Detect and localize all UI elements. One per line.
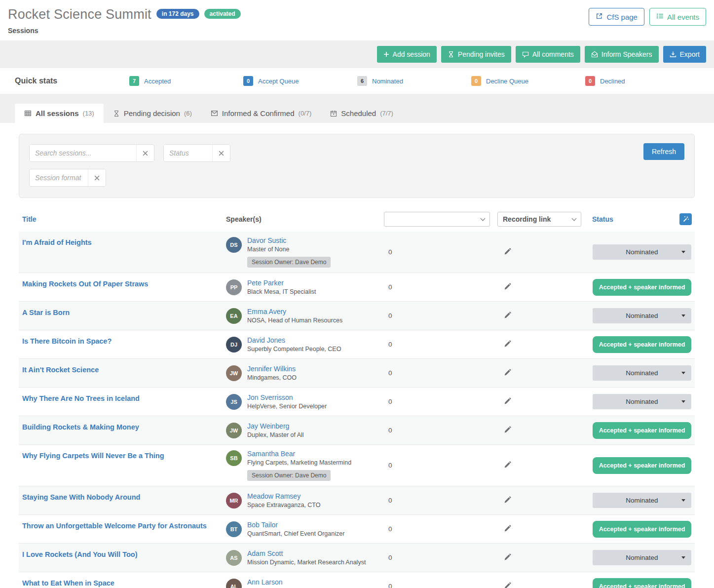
status-control[interactable]: Nominated — [593, 493, 691, 508]
status-control[interactable]: Nominated — [593, 365, 691, 381]
refresh-button[interactable]: Refresh — [643, 143, 684, 160]
pencil-icon[interactable] — [504, 461, 511, 469]
tab-informed-confirmed[interactable]: Informed & Confirmed (0/7) — [201, 104, 321, 123]
tab-pending-decision[interactable]: Pending decision (6) — [104, 104, 201, 123]
status-filter-input[interactable] — [164, 145, 212, 161]
inform-speakers-button[interactable]: Inform Speakers — [585, 46, 659, 63]
pencil-icon[interactable] — [504, 525, 511, 532]
avatar[interactable]: JW — [226, 365, 242, 381]
pencil-icon[interactable] — [504, 426, 511, 433]
status-control[interactable]: Accepted + speaker informed — [593, 521, 691, 538]
pencil-icon[interactable] — [504, 312, 511, 319]
status-control[interactable]: Nominated — [593, 308, 691, 323]
stat-declined-label[interactable]: Declined — [600, 78, 625, 85]
comment-count: 0 — [384, 369, 497, 377]
speaker-name-link[interactable]: Jay Weinberg — [247, 422, 289, 430]
session-title-link[interactable]: It Ain't Rocket Science — [22, 366, 99, 374]
export-label: Export — [680, 50, 700, 58]
avatar[interactable]: SB — [226, 450, 242, 466]
avatar[interactable]: AS — [226, 550, 242, 566]
status-control[interactable]: Accepted + speaker informed — [593, 578, 691, 588]
session-title-link[interactable]: Is There Bitcoin in Space? — [22, 337, 112, 345]
clear-status-button[interactable] — [212, 145, 230, 161]
pencil-icon[interactable] — [504, 553, 511, 561]
pencil-icon[interactable] — [504, 340, 511, 348]
session-title-link[interactable]: What to Eat When in Space — [22, 579, 114, 587]
speaker-name-link[interactable]: Ann Larson — [247, 578, 283, 586]
pencil-icon[interactable] — [504, 582, 511, 588]
session-title-link[interactable]: A Star is Born — [22, 309, 70, 316]
magic-wand-button[interactable] — [679, 213, 692, 225]
avatar[interactable]: AL — [226, 579, 242, 588]
stat-decline-queue-label[interactable]: Decline Queue — [486, 78, 528, 85]
speaker-name-link[interactable]: Emma Avery — [247, 308, 286, 315]
stat-accept-queue-label[interactable]: Accept Queue — [258, 78, 299, 85]
sessions-table-body: I'm Afraid of Heights DS Davor Sustic Ma… — [19, 232, 695, 588]
all-events-button[interactable]: All events — [649, 8, 706, 26]
pencil-icon[interactable] — [504, 496, 511, 504]
stat-accept-queue: 0 Accept Queue — [243, 76, 357, 86]
session-format-input[interactable] — [30, 169, 88, 186]
avatar[interactable]: PP — [226, 279, 242, 295]
status-label: Nominated — [626, 369, 658, 377]
session-title-link[interactable]: Making Rockets Out Of Paper Straws — [22, 280, 148, 288]
recording-link-select[interactable]: Recording link — [497, 212, 581, 227]
session-title-link[interactable]: I'm Afraid of Heights — [22, 238, 92, 246]
status-control[interactable]: Accepted + speaker informed — [593, 422, 691, 439]
tab-all-sessions[interactable]: All sessions (13) — [15, 104, 104, 123]
status-control[interactable]: Nominated — [593, 394, 691, 409]
table-filter-select[interactable] — [384, 212, 490, 227]
speaker-name-link[interactable]: Jennifer Wilkins — [247, 365, 296, 373]
session-title-link[interactable]: Why There Are No Trees in Iceland — [22, 394, 140, 402]
speaker-name-link[interactable]: Adam Scott — [247, 549, 283, 557]
avatar[interactable]: DS — [226, 237, 242, 253]
status-control[interactable]: Accepted + speaker informed — [593, 457, 691, 474]
avatar[interactable]: JW — [226, 423, 242, 438]
table-row: A Star is Born EA Emma Avery NOSA, Head … — [19, 301, 695, 330]
status-control[interactable]: Accepted + speaker informed — [593, 336, 691, 353]
export-button[interactable]: Export — [663, 46, 706, 63]
clear-format-button[interactable] — [88, 169, 106, 186]
session-title-link[interactable]: Throw an Unforgettable Welcome Party for… — [22, 522, 207, 530]
speaker-name-link[interactable]: Samantha Bear — [247, 450, 295, 458]
comment-count: 0 — [384, 427, 497, 434]
status-control[interactable]: Accepted + speaker informed — [593, 279, 691, 296]
status-control[interactable]: Nominated — [593, 244, 691, 260]
speaker-name-link[interactable]: Davor Sustic — [247, 236, 286, 244]
status-control[interactable]: Nominated — [593, 550, 691, 565]
avatar[interactable]: BT — [226, 521, 242, 537]
column-title[interactable]: Title — [19, 215, 226, 223]
add-session-button[interactable]: Add session — [377, 46, 437, 63]
cfs-page-button[interactable]: CfS page — [589, 8, 644, 26]
avatar[interactable]: DJ — [226, 337, 242, 353]
session-owner-badge: Session Owner: Dave Demo — [247, 257, 331, 268]
session-title-link[interactable]: Staying Sane With Nobody Around — [22, 493, 140, 501]
speaker-name-link[interactable]: Jon Sverrisson — [247, 393, 293, 401]
stat-nominated-label[interactable]: Nominated — [372, 78, 403, 85]
quick-stats: Quick stats 7 Accepted 0 Accept Queue 6 … — [0, 68, 714, 94]
pending-invites-button[interactable]: Pending invites — [441, 46, 511, 63]
column-status[interactable]: Status — [589, 215, 613, 223]
speaker-name-link[interactable]: Pete Parker — [247, 279, 284, 287]
pencil-icon[interactable] — [504, 397, 511, 405]
caret-down-icon — [681, 400, 685, 403]
avatar[interactable]: MR — [226, 493, 242, 509]
pencil-icon[interactable] — [504, 248, 511, 255]
all-comments-button[interactable]: All comments — [516, 46, 580, 63]
session-title-link[interactable]: Building Rockets & Making Money — [22, 423, 139, 431]
pencil-icon[interactable] — [504, 369, 511, 376]
speaker-name-link[interactable]: Bob Tailor — [247, 521, 278, 529]
session-title-link[interactable]: I Love Rockets (And You Will Too) — [22, 550, 138, 558]
comment-count: 0 — [384, 497, 497, 504]
session-title-link[interactable]: Why Flying Carpets Will Never Be a Thing — [22, 452, 164, 460]
stat-accepted-label[interactable]: Accepted — [144, 78, 171, 85]
pencil-icon[interactable] — [504, 283, 511, 290]
tab-scheduled[interactable]: Scheduled (7/7) — [321, 104, 403, 123]
speaker-name-link[interactable]: David Jones — [247, 336, 285, 344]
speaker-name-link[interactable]: Meadow Ramsey — [247, 492, 301, 500]
search-input[interactable] — [30, 145, 136, 161]
page-header: Rocket Science Summitin 172 daysactivate… — [0, 0, 714, 40]
clear-search-button[interactable] — [136, 145, 154, 161]
avatar[interactable]: JS — [226, 394, 242, 410]
avatar[interactable]: EA — [226, 308, 242, 324]
